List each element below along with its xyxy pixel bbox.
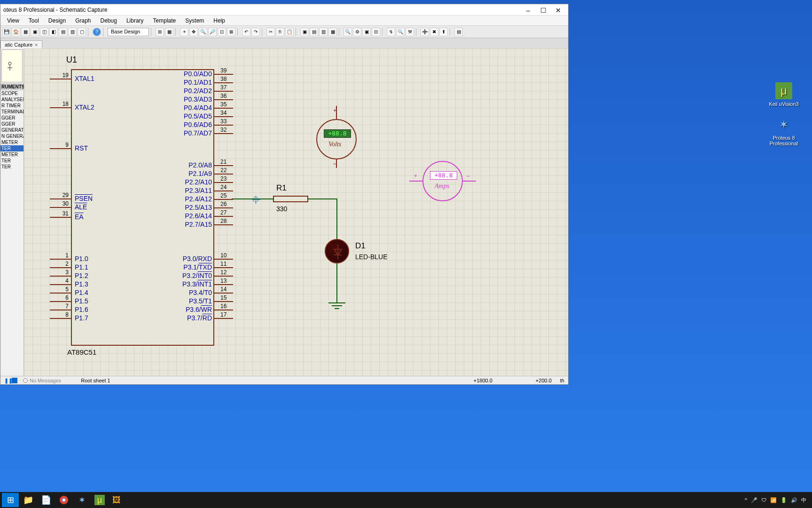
led-body[interactable] <box>325 239 349 263</box>
minimize-button[interactable]: – <box>525 7 531 13</box>
sidebar-item-selected[interactable]: TER <box>0 145 23 151</box>
pin-line[interactable] <box>214 224 233 225</box>
block-rotate-icon[interactable]: ▥ <box>319 28 328 36</box>
ground-symbol[interactable] <box>328 302 345 309</box>
block-delete-icon[interactable]: ▦ <box>328 28 337 36</box>
ammeter-pin-right[interactable] <box>463 181 476 182</box>
cut-icon[interactable]: ✂ <box>266 28 275 36</box>
taskbar-chrome[interactable] <box>55 493 72 507</box>
pin-line[interactable] <box>50 79 71 79</box>
sidebar-item-timer[interactable]: R TIMER <box>0 103 23 109</box>
pin-line[interactable] <box>50 293 71 294</box>
taskbar-photos[interactable]: 🖼 <box>108 493 125 507</box>
menu-template[interactable]: Template <box>148 16 181 25</box>
voltmeter[interactable]: +88.8 Volts <box>316 119 357 159</box>
pin-line[interactable] <box>214 259 233 260</box>
sidebar-item-ter1[interactable]: TER <box>0 158 23 164</box>
pin-line[interactable] <box>214 284 233 285</box>
pin-line[interactable] <box>214 310 233 310</box>
pin-line[interactable] <box>50 276 71 277</box>
redo-icon[interactable]: ↷ <box>251 28 260 36</box>
tab-schematic[interactable]: atic Capture ✕ <box>0 40 42 48</box>
sidebar-item-terminal[interactable]: TERMINAL <box>0 109 23 115</box>
pin-line[interactable] <box>214 108 233 109</box>
sidebar-item-ter2[interactable]: TER <box>0 164 23 170</box>
menu-system[interactable]: System <box>180 16 209 25</box>
pin-line[interactable] <box>214 174 233 175</box>
taskbar-keil[interactable]: μ <box>94 495 105 505</box>
pin-line[interactable] <box>50 284 71 285</box>
paste-icon[interactable]: 📋 <box>285 28 294 36</box>
3d-icon[interactable]: ◫ <box>40 28 48 36</box>
pin-line[interactable] <box>214 165 233 166</box>
library-icon[interactable]: ⚙ <box>353 28 361 36</box>
sidebar-item-meter2[interactable]: METER <box>0 151 23 158</box>
resistor-body[interactable] <box>273 196 308 202</box>
copy-icon[interactable]: ⎘ <box>276 28 284 36</box>
menu-view[interactable]: View <box>2 16 24 25</box>
schematic-icon[interactable]: ▦ <box>21 28 30 36</box>
block-move-icon[interactable]: ▤ <box>310 28 318 36</box>
property-icon[interactable]: ⚒ <box>406 28 414 36</box>
pin-line[interactable] <box>214 190 233 191</box>
sidebar-item-generator[interactable]: GENERATOR <box>0 127 23 133</box>
grid-snap-icon[interactable]: ⊞ <box>156 28 164 36</box>
desktop-icon-proteus[interactable]: ✶ Proteus 8 Professional <box>765 116 803 146</box>
pin-line[interactable] <box>214 216 233 217</box>
pin-line[interactable] <box>50 207 71 208</box>
menu-debug[interactable]: Debug <box>96 16 122 25</box>
notes-icon[interactable]: ▢ <box>78 28 86 36</box>
ammeter[interactable]: +88.8 Amps <box>422 161 463 201</box>
pin-line[interactable] <box>50 217 71 218</box>
block-copy-icon[interactable]: ▣ <box>300 28 309 36</box>
systray-ime[interactable]: 中 <box>801 497 806 504</box>
pick-icon[interactable]: 🔍 <box>344 28 352 36</box>
schematic-canvas[interactable]: U1 AT89C51 R1 330 <box>24 48 568 376</box>
zoom-in-icon[interactable]: 🔍 <box>199 28 207 36</box>
systray-volume-icon[interactable]: 🔊 <box>791 497 797 503</box>
package-icon[interactable]: ▣ <box>362 28 371 36</box>
pin-line[interactable] <box>50 310 71 310</box>
systray-shield-icon[interactable]: 🛡 <box>761 497 766 503</box>
maximize-button[interactable]: ☐ <box>540 7 547 13</box>
pin-line[interactable] <box>50 267 71 268</box>
zoom-fit-icon[interactable]: ⊡ <box>218 28 226 36</box>
systray-mic-icon[interactable]: 🎤 <box>751 497 757 503</box>
wire-3[interactable] <box>336 198 337 241</box>
tab-close-icon[interactable]: ✕ <box>34 42 38 48</box>
sidebar-item-gger1[interactable]: GGER <box>0 115 23 121</box>
pin-line[interactable] <box>50 259 71 260</box>
pin-line[interactable] <box>214 293 233 294</box>
pin-line[interactable] <box>214 318 233 319</box>
titlebar[interactable]: oteus 8 Professional - Schematic Capture… <box>0 4 568 16</box>
help-icon[interactable]: ? <box>93 28 101 36</box>
pan-icon[interactable]: ✥ <box>189 28 198 36</box>
decompose-icon[interactable]: ⊟ <box>372 28 380 36</box>
sidebar-item-gger2[interactable]: GGER <box>0 121 23 127</box>
origin-icon[interactable]: + <box>180 28 188 36</box>
taskbar-pdf[interactable]: 📄 <box>38 493 55 507</box>
menu-library[interactable]: Library <box>122 16 148 25</box>
close-button[interactable]: ✕ <box>555 7 562 13</box>
bom-icon[interactable]: ▤ <box>59 28 67 36</box>
pin-line[interactable] <box>214 82 233 83</box>
taskbar-proteus[interactable]: ✶ <box>73 493 90 507</box>
zoom-area-icon[interactable]: ⊠ <box>227 28 235 36</box>
wire-2[interactable] <box>308 198 337 199</box>
systray-battery-icon[interactable]: 🔋 <box>781 497 787 503</box>
bill-icon[interactable]: ▤ <box>454 28 463 36</box>
search-icon[interactable]: 🔍 <box>396 28 405 36</box>
pin-line[interactable] <box>50 148 71 149</box>
sidebar-item-ngenerato[interactable]: N GENERATO <box>0 133 23 139</box>
pin-line[interactable] <box>214 207 233 208</box>
menu-help[interactable]: Help <box>209 16 230 25</box>
wire-auto-icon[interactable]: ↯ <box>387 28 395 36</box>
menu-tool[interactable]: Tool <box>24 16 44 25</box>
menu-design[interactable]: Design <box>44 16 70 25</box>
systray-wifi-icon[interactable]: 📶 <box>770 497 777 503</box>
pin-line[interactable] <box>214 133 233 134</box>
taskbar-explorer[interactable]: 📁 <box>20 493 37 507</box>
pin-line[interactable] <box>50 301 71 302</box>
wire-4[interactable] <box>336 262 337 302</box>
desktop-icon-keil[interactable]: μ Keil uVision3 <box>765 82 803 107</box>
